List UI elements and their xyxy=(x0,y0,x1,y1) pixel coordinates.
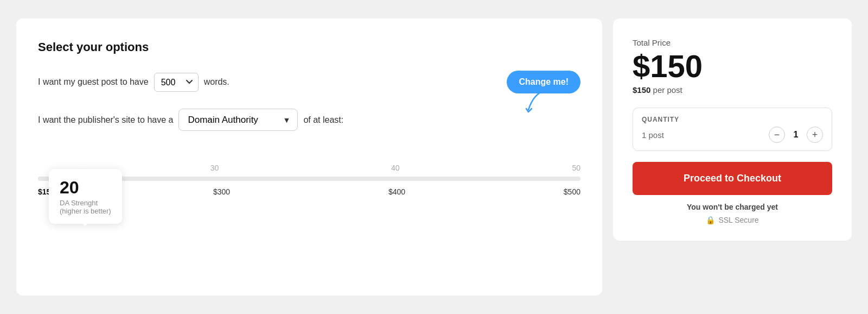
row1-suffix: words. xyxy=(204,77,229,87)
chart-area: 20 DA Strenght(higher is better) 30 40 5… xyxy=(38,164,580,192)
quantity-label: QUANTITY xyxy=(642,116,823,123)
track-label-30: 30 xyxy=(210,164,219,172)
quantity-post-text: 1 post xyxy=(642,130,664,140)
ssl-label: SSL Secure xyxy=(718,216,758,224)
quantity-controls: − 1 + xyxy=(769,127,823,143)
da-tooltip: 20 DA Strenght(higher is better) xyxy=(49,169,122,224)
total-price-value: $150 xyxy=(633,51,832,82)
price-500: $500 xyxy=(564,187,580,196)
lock-icon: 🔒 xyxy=(706,216,715,224)
per-post: $150 per post xyxy=(633,85,832,95)
change-bubble-container: Change me! xyxy=(507,71,580,93)
da-select-wrapper: Domain Authority Domain Rating Trust Flo… xyxy=(178,109,298,131)
per-post-amount: $150 xyxy=(633,85,650,95)
da-select[interactable]: Domain Authority Domain Rating Trust Flo… xyxy=(178,109,298,131)
tooltip-number: 20 xyxy=(60,178,111,198)
quantity-increase-button[interactable]: + xyxy=(807,127,823,143)
quantity-section: QUANTITY 1 post − 1 + xyxy=(633,108,832,151)
page-wrapper: Select your options I want my guest post… xyxy=(16,18,852,296)
row1-prefix: I want my guest post to have xyxy=(38,77,149,87)
panel-title: Select your options xyxy=(38,40,580,54)
checkout-button[interactable]: Proceed to Checkout xyxy=(633,162,832,195)
row2-suffix: of at least: xyxy=(303,115,343,125)
da-option-row: I want the publisher's site to have a Do… xyxy=(38,109,580,131)
no-charge-text: You won't be charged yet xyxy=(633,203,832,211)
quantity-value: 1 xyxy=(792,130,800,140)
word-count-select[interactable]: 500 750 1000 1500 2000 xyxy=(154,73,199,92)
quantity-decrease-button[interactable]: − xyxy=(769,127,785,143)
total-price-label: Total Price xyxy=(633,38,832,47)
bubble-arrow-icon xyxy=(523,88,556,115)
track-label-40: 40 xyxy=(391,164,400,172)
left-panel: Select your options I want my guest post… xyxy=(16,18,602,296)
quantity-row: 1 post − 1 + xyxy=(642,127,823,143)
right-panel: Total Price $150 $150 per post QUANTITY … xyxy=(613,18,852,241)
ssl-row: 🔒 SSL Secure xyxy=(633,216,832,224)
row2-prefix: I want the publisher's site to have a xyxy=(38,115,173,125)
words-option-row: I want my guest post to have 500 750 100… xyxy=(38,71,580,93)
tooltip-label: DA Strenght(higher is better) xyxy=(60,199,111,215)
track-label-50: 50 xyxy=(572,164,580,172)
price-400: $400 xyxy=(388,187,405,196)
price-300: $300 xyxy=(213,187,230,196)
chart-track: 30 40 50 $150 $300 $400 $500 xyxy=(38,164,580,170)
